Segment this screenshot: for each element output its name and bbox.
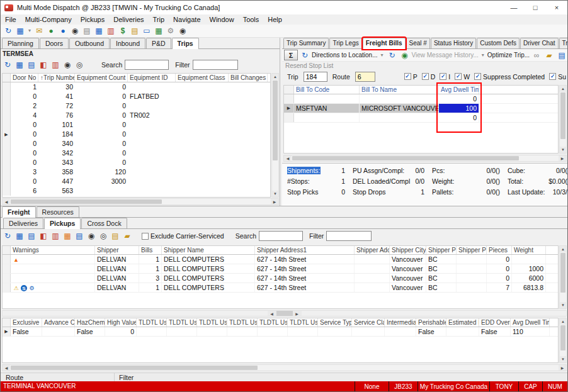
grid-view-icon[interactable]: ▦	[14, 230, 25, 242]
cell[interactable]	[229, 139, 268, 148]
cell[interactable]	[512, 255, 546, 264]
globe-icon[interactable]: ◉	[399, 50, 411, 61]
doors-icon[interactable]: ▥	[105, 25, 116, 36]
column-header[interactable]: Avg Dwell Time	[439, 86, 479, 94]
cell[interactable]: 2	[11, 101, 38, 111]
column-header[interactable]: Avg Dwell Time	[511, 318, 550, 327]
cell[interactable]: 101	[38, 120, 75, 130]
cell[interactable]	[355, 283, 390, 292]
column-header[interactable]: Door No	[11, 74, 38, 82]
tab[interactable]: Freight Bills	[363, 38, 406, 49]
cell[interactable]	[176, 158, 229, 167]
trips-icon[interactable]: ▦	[93, 25, 105, 36]
filter-input[interactable]	[326, 231, 372, 241]
search-input[interactable]	[259, 231, 303, 241]
column-header[interactable]: Advance Ca	[42, 318, 75, 327]
cell[interactable]	[176, 120, 229, 130]
cell[interactable]	[229, 120, 268, 130]
column-header[interactable]: Shipper City	[390, 246, 426, 254]
cell[interactable]: 0	[11, 177, 38, 186]
contact-card-icon[interactable]: ▤	[556, 50, 567, 61]
scrollbar-track[interactable]	[272, 80, 278, 191]
rates-icon[interactable]: $	[117, 25, 128, 36]
column-header[interactable]: Weight	[512, 246, 546, 254]
tab[interactable]: Doors	[40, 38, 69, 48]
column-header[interactable]: Bill To Code	[294, 86, 360, 94]
column-header[interactable]: ↑Trip Numbe	[38, 74, 75, 82]
tab[interactable]: Status History	[431, 38, 476, 48]
cell[interactable]	[176, 111, 229, 120]
find-clear-icon[interactable]: ◎	[74, 59, 85, 70]
vertical-scrollbar[interactable]: ▲ ▼	[559, 85, 567, 154]
optimize-trip-button[interactable]: Optimize Trip...	[487, 52, 530, 59]
scrollbar-track[interactable]	[10, 199, 271, 204]
mail-icon[interactable]: ✉	[33, 25, 45, 36]
tab[interactable]: Deliveries	[3, 218, 43, 228]
table-row[interactable]: 4760TR002	[3, 111, 270, 120]
table-row[interactable]: 6563	[3, 186, 270, 196]
cell[interactable]	[176, 130, 229, 139]
cell[interactable]: DELL COMPUTERS	[162, 274, 255, 283]
maximize-button[interactable]: □	[525, 1, 546, 14]
cell[interactable]	[227, 327, 258, 336]
cell[interactable]: Vancouver	[390, 264, 426, 273]
horizontal-scrollbar[interactable]: ◀ ▶	[2, 310, 567, 316]
split-view-icon[interactable]: ◧	[38, 59, 49, 70]
scrollbar-thumb[interactable]	[560, 92, 565, 139]
refresh-icon[interactable]: ↻	[3, 25, 14, 36]
cell[interactable]: BC	[426, 274, 457, 283]
table-row[interactable]: 0	[284, 113, 558, 123]
scroll-right-icon[interactable]: ▶	[559, 365, 566, 371]
column-header[interactable]: Estimated D	[446, 318, 479, 327]
cell[interactable]: DELLVAN	[95, 283, 139, 292]
cell[interactable]	[229, 82, 268, 92]
scroll-right-icon[interactable]: ▶	[271, 199, 278, 204]
cell[interactable]	[352, 327, 385, 336]
scroll-down-icon[interactable]: ▼	[560, 147, 566, 153]
compact-view-icon[interactable]: ▥	[50, 230, 61, 242]
column-header[interactable]: Bill Changes	[229, 74, 268, 82]
table-row[interactable]: 03400	[3, 139, 270, 148]
cell[interactable]: 627 - 14th Street	[255, 255, 355, 264]
menu-item[interactable]: Window	[205, 16, 239, 23]
cell[interactable]: 6	[11, 186, 38, 196]
cell[interactable]	[457, 274, 487, 283]
cell[interactable]: FLATBED	[128, 92, 176, 101]
cell[interactable]: ⚠S⚙	[11, 283, 95, 292]
tab[interactable]: Inbound	[110, 38, 145, 48]
cell[interactable]: 76	[38, 111, 75, 120]
map-icon[interactable]: ▦	[153, 25, 164, 36]
cell[interactable]: BC	[426, 264, 457, 273]
grid-view-icon[interactable]: ▦	[14, 59, 25, 70]
cell[interactable]	[457, 283, 487, 292]
cell[interactable]: DELL COMPUTERS	[162, 264, 255, 273]
chevron-down-icon[interactable]: ▾	[379, 50, 385, 61]
cell[interactable]	[360, 94, 439, 103]
cell[interactable]: Vancouver	[390, 255, 426, 264]
cell[interactable]: 627 - 14th Street	[255, 264, 355, 273]
scrollbar-track[interactable]	[560, 252, 566, 302]
cell[interactable]	[318, 327, 352, 336]
refresh-route-icon[interactable]: ↻	[387, 50, 398, 61]
table-row[interactable]: 04473000	[3, 177, 270, 186]
cell[interactable]	[128, 101, 176, 111]
row-view-icon[interactable]: ▤	[26, 59, 37, 70]
horizontal-scrollbar[interactable]: ◀ ▶	[2, 364, 567, 371]
cell[interactable]	[355, 274, 390, 283]
cell[interactable]: 0	[75, 101, 128, 111]
cell[interactable]: 0	[75, 111, 128, 120]
cell[interactable]: 0	[75, 148, 128, 158]
cell[interactable]	[197, 327, 227, 336]
cell[interactable]: 72	[38, 101, 75, 111]
cell[interactable]: 0	[11, 158, 38, 167]
row-view-icon[interactable]: ▤	[26, 230, 37, 242]
cell[interactable]: DELL COMPUTERS	[162, 283, 255, 292]
split-view-icon[interactable]: ◧	[38, 230, 49, 242]
cell[interactable]: 0	[105, 327, 137, 336]
column-header[interactable]: Shipper Pos	[457, 246, 487, 254]
column-header[interactable]: High Value	[105, 318, 137, 327]
chevron-down-icon[interactable]: ▾	[480, 50, 486, 61]
scrollbar-thumb[interactable]	[560, 325, 565, 350]
cell[interactable]: 1	[139, 283, 162, 292]
checkbox-option[interactable]: ✓ Su	[549, 73, 566, 81]
